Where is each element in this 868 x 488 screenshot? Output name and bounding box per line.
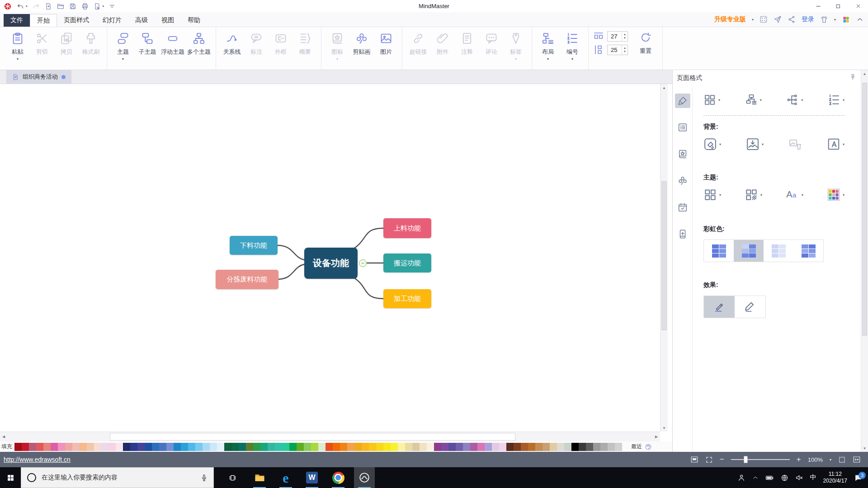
- color-swatch[interactable]: [470, 443, 477, 451]
- zoom-slider-handle[interactable]: [744, 456, 748, 463]
- collapse-branch-button[interactable]: −: [359, 259, 367, 267]
- menu-tab[interactable]: 帮助: [181, 14, 207, 27]
- rainbow-style-4-button[interactable]: [793, 240, 823, 262]
- panel-strip-outline[interactable]: [675, 120, 690, 135]
- color-swatch[interactable]: [43, 443, 51, 451]
- upgrade-dropdown-icon[interactable]: ▾: [752, 18, 754, 22]
- notification-center-button[interactable]: 3: [854, 474, 863, 482]
- color-swatch[interactable]: [318, 443, 326, 451]
- upgrade-pro-button[interactable]: 升级专业版: [714, 15, 746, 23]
- scroll-left-icon[interactable]: ◀: [0, 432, 7, 441]
- customize-toolbar-button[interactable]: [109, 3, 115, 9]
- color-swatch[interactable]: [65, 443, 72, 451]
- theme-colors-button[interactable]: ▾: [827, 188, 844, 202]
- connector-style-button[interactable]: ▾: [786, 94, 803, 106]
- color-swatch[interactable]: [326, 443, 333, 451]
- color-swatch[interactable]: [282, 443, 289, 451]
- undo-button[interactable]: [17, 3, 24, 10]
- task-view-button[interactable]: [222, 467, 243, 488]
- subtopic-button[interactable]: 子主题: [135, 32, 160, 61]
- color-swatch[interactable]: [116, 443, 123, 451]
- color-swatch[interactable]: [166, 443, 174, 451]
- color-swatch[interactable]: [434, 443, 441, 451]
- color-swatch[interactable]: [499, 443, 506, 451]
- palette-icon[interactable]: [645, 443, 652, 450]
- print-button[interactable]: [81, 3, 89, 10]
- color-swatch[interactable]: [14, 443, 22, 451]
- color-swatch[interactable]: [550, 443, 557, 451]
- color-swatch[interactable]: [615, 443, 622, 451]
- color-swatch[interactable]: [456, 443, 463, 451]
- color-swatch[interactable]: [159, 443, 166, 451]
- color-swatch[interactable]: [145, 443, 152, 451]
- fullscreen-arrows-icon[interactable]: [705, 456, 713, 464]
- color-swatch[interactable]: [224, 443, 231, 451]
- scroll-down-icon[interactable]: ▼: [660, 424, 668, 432]
- color-swatch[interactable]: [608, 443, 615, 451]
- color-swatch[interactable]: [87, 443, 94, 451]
- color-swatch[interactable]: [188, 443, 195, 451]
- color-swatch[interactable]: [542, 443, 550, 451]
- taskbar-search-box[interactable]: 在这里输入你要搜索的内容: [21, 467, 214, 488]
- color-swatch[interactable]: [174, 443, 181, 451]
- mindmap-node-branch-shangliao[interactable]: 上料功能: [383, 218, 431, 238]
- numbering-button[interactable]: 编号▼: [560, 32, 585, 61]
- pin-icon[interactable]: [849, 74, 856, 80]
- color-swatch[interactable]: [130, 443, 137, 451]
- menu-tab[interactable]: 视图: [155, 14, 181, 27]
- scroll-up-icon[interactable]: ▲: [660, 84, 668, 91]
- mindmaster-taskbar-button[interactable]: [354, 467, 375, 488]
- color-swatch[interactable]: [412, 443, 420, 451]
- hand-drawn-line-button[interactable]: [704, 296, 735, 318]
- chrome-button[interactable]: [328, 467, 349, 488]
- menu-tab[interactable]: 高级: [128, 14, 155, 27]
- microphone-icon[interactable]: [200, 474, 208, 482]
- ime-indicator[interactable]: 中: [810, 474, 816, 482]
- menu-tab[interactable]: 页面样式: [57, 14, 96, 27]
- color-swatch[interactable]: [564, 443, 571, 451]
- panel-strip-clipart-library[interactable]: [675, 147, 690, 161]
- maximize-button[interactable]: [828, 0, 848, 12]
- color-swatch[interactable]: [383, 443, 391, 451]
- color-swatch[interactable]: [448, 443, 456, 451]
- document-tab[interactable]: 组织商务活动: [6, 70, 71, 84]
- color-swatch[interactable]: [101, 443, 108, 451]
- rainbow-style-2-button[interactable]: [734, 240, 764, 262]
- color-swatch[interactable]: [441, 443, 448, 451]
- color-swatch[interactable]: [405, 443, 412, 451]
- color-swatch[interactable]: [557, 443, 564, 451]
- send-feedback-icon[interactable]: [774, 15, 782, 23]
- export-button[interactable]: [94, 3, 101, 10]
- horizontal-scroll-thumb[interactable]: [110, 433, 515, 441]
- color-swatch[interactable]: [36, 443, 43, 451]
- edrawsoft-link[interactable]: http://www.edrawsoft.cn: [4, 456, 71, 463]
- paste-button[interactable]: 粘贴▼: [5, 32, 30, 61]
- zoom-in-button[interactable]: +: [797, 455, 801, 464]
- minimize-button[interactable]: [808, 0, 828, 12]
- zoom-out-button[interactable]: −: [720, 455, 724, 464]
- panel-scroll-up-icon[interactable]: ▲: [861, 70, 868, 77]
- color-swatch[interactable]: [506, 443, 514, 451]
- taskbar-clock[interactable]: 11:12 2020/4/17: [823, 471, 847, 484]
- login-button[interactable]: 登录: [802, 15, 814, 23]
- rainbow-style-3-button[interactable]: [764, 240, 793, 262]
- color-swatch[interactable]: [181, 443, 188, 451]
- color-swatch[interactable]: [600, 443, 608, 451]
- color-swatch[interactable]: [528, 443, 535, 451]
- mindmap-node-branch-jiagong[interactable]: 加工功能: [383, 289, 431, 308]
- vertical-spacing-input[interactable]: 25▲▼: [607, 45, 628, 55]
- color-swatch[interactable]: [391, 443, 398, 451]
- color-swatch[interactable]: [72, 443, 80, 451]
- color-swatch[interactable]: [108, 443, 116, 451]
- menu-tab[interactable]: 文件: [4, 14, 30, 27]
- color-swatch[interactable]: [289, 443, 297, 451]
- color-swatch[interactable]: [420, 443, 427, 451]
- color-swatch[interactable]: [51, 443, 58, 451]
- color-swatch[interactable]: [463, 443, 470, 451]
- color-swatch[interactable]: [427, 443, 434, 451]
- mindmap-canvas[interactable]: 设备功能下料功能分拣废料功能上料功能搬运功能加工功能 −: [0, 84, 660, 432]
- color-swatch[interactable]: [246, 443, 253, 451]
- gift-icon[interactable]: [820, 15, 828, 23]
- color-swatch[interactable]: [521, 443, 528, 451]
- panel-strip-task-info[interactable]: [675, 200, 690, 215]
